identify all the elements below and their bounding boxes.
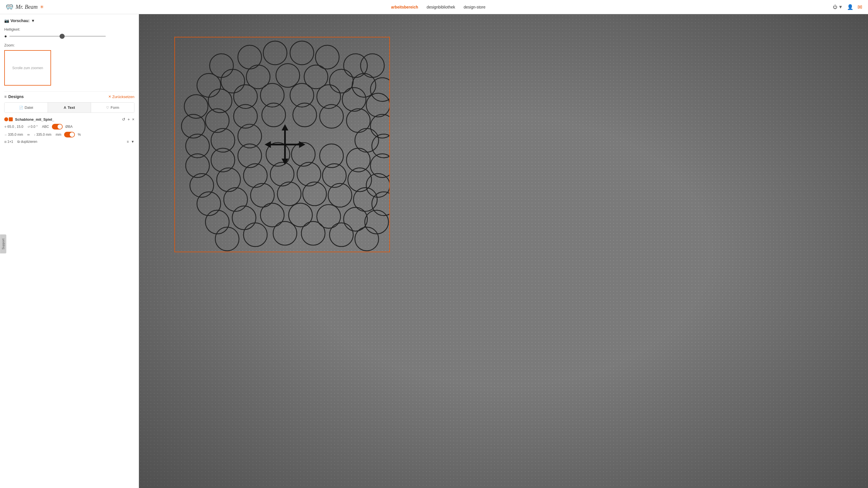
position-y: 15.0 <box>17 125 23 129</box>
abc-toggle-slider <box>52 124 63 130</box>
mm-toggle-slider <box>64 132 75 137</box>
nav-design-store[interactable]: design-store <box>464 5 486 9</box>
file-item: Schablone_mit_Spiel_ ↺ + × ✛ 65.0, 15.0 … <box>4 117 134 144</box>
svg-point-53 <box>224 188 248 212</box>
svg-marker-77 <box>265 141 271 148</box>
svg-point-55 <box>277 182 301 206</box>
vorschau-label: Vorschau: <box>10 19 30 23</box>
tab-datei[interactable]: 📄 Datei <box>4 103 48 112</box>
user-button[interactable]: 👤 <box>847 4 853 10</box>
support-tab[interactable]: Support <box>0 235 6 254</box>
power-button[interactable]: ⏻ ▼ <box>833 4 843 10</box>
brightness-section: Helligkeit: ● <box>4 27 134 39</box>
reset-label: Zurücksetzen <box>112 95 134 99</box>
brightness-slider-wrapper: ● <box>4 34 134 39</box>
abc-label: ABC <box>42 125 49 129</box>
svg-point-56 <box>303 182 327 206</box>
move-cursor-svg <box>265 124 305 165</box>
file-name: Schablone_mit_Spiel_ <box>15 117 120 122</box>
duplicate-icon: ⧉ <box>17 140 20 144</box>
svg-point-69 <box>273 222 297 246</box>
brightness-min-icon: ● <box>4 34 7 39</box>
menu-icon: ≡ <box>127 140 129 144</box>
svg-point-64 <box>317 205 341 228</box>
props-right: ≡ ▼ <box>127 140 134 144</box>
svg-point-68 <box>244 223 268 247</box>
copies-prop: ⊞ 1×1 <box>4 140 13 144</box>
header-actions: ⏻ ▼ 👤 ✉ <box>833 4 862 10</box>
rotate-icon: ↺ <box>28 125 30 128</box>
svg-point-63 <box>289 203 312 227</box>
height-value: 335.0 mm <box>36 133 51 137</box>
svg-point-67 <box>215 227 239 251</box>
height-prop: ↕ 335.0 mm <box>34 133 51 137</box>
sidebar: 📷 Vorschau: ▼ Helligkeit: ● Zoom: Scroll… <box>0 14 139 488</box>
brand-name: Mr. Beam <box>16 4 38 10</box>
close-button[interactable]: × <box>132 117 134 122</box>
zoom-box[interactable]: Scrolle zum zoomen <box>4 50 51 86</box>
props-row-2: ↔ 335.0 mm ∞ ↕ 335.0 mm mm % <box>4 132 134 137</box>
svg-point-14 <box>370 78 389 101</box>
heart-icon: ♡ <box>106 106 109 110</box>
abc-toggle[interactable] <box>52 124 63 130</box>
file-item-header: Schablone_mit_Spiel_ ↺ + × <box>4 117 134 122</box>
svg-point-7 <box>197 73 221 97</box>
list-icon: ≡ <box>4 94 6 99</box>
rotation-value: 0.0 ° <box>31 125 38 129</box>
svg-marker-78 <box>299 141 305 148</box>
brightness-slider[interactable] <box>9 36 106 37</box>
reset-button[interactable]: ✕ Zurücksetzen <box>108 95 134 99</box>
percent-label: % <box>78 133 81 137</box>
workspace <box>175 37 390 252</box>
oba-label: ØBA <box>65 125 72 129</box>
text-icon: A <box>64 106 66 110</box>
svg-point-66 <box>365 210 389 234</box>
svg-point-62 <box>260 203 284 227</box>
svg-point-71 <box>330 223 353 247</box>
designs-label: Designs <box>8 94 24 99</box>
header: 🥽 Mr. Beam ✳ arbeitsbereich designbiblio… <box>0 0 868 14</box>
main-layout: 📷 Vorschau: ▼ Helligkeit: ● Zoom: Scroll… <box>0 14 868 488</box>
tab-form-label: Form <box>111 105 119 110</box>
mm-toggle-row: mm % <box>56 132 81 137</box>
svg-marker-74 <box>282 124 288 130</box>
mail-icon: ✉ <box>858 4 862 10</box>
zoom-label: Zoom: <box>4 43 134 47</box>
nav-arbeitsbereich[interactable]: arbeitsbereich <box>391 5 418 9</box>
grid-icon: ⊞ <box>4 140 6 143</box>
file-icon: 📄 <box>19 106 23 110</box>
designs-header: ≡ Designs ✕ Zurücksetzen <box>4 94 134 99</box>
svg-point-72 <box>355 227 379 251</box>
width-icon: ↔ <box>4 133 7 136</box>
copies-row: ⊞ 1×1 ⧉ duplizieren ≡ ▼ <box>4 140 134 144</box>
canvas-area[interactable] <box>139 14 868 488</box>
tab-datei-label: Datei <box>25 105 33 110</box>
svg-point-52 <box>197 192 221 216</box>
expand-icon: ▼ <box>131 140 134 144</box>
canvas-background <box>139 14 868 488</box>
camera-icon: 📷 <box>4 19 9 23</box>
svg-point-3 <box>290 41 314 65</box>
duplicate-label: duplizieren <box>21 140 37 144</box>
header-nav: arbeitsbereich designbibliothek design-s… <box>391 5 486 9</box>
duplicate-prop[interactable]: ⧉ duplizieren <box>17 140 37 144</box>
svg-point-59 <box>372 192 389 216</box>
tab-text[interactable]: A Text <box>48 103 91 112</box>
power-chevron: ▼ <box>838 4 843 10</box>
nav-designbibliothek[interactable]: designbibliothek <box>427 5 455 9</box>
move-icon: ✛ <box>4 125 6 128</box>
mail-button[interactable]: ✉ <box>858 4 862 10</box>
refresh-button[interactable]: ↺ <box>122 117 125 122</box>
svg-point-57 <box>328 183 352 207</box>
svg-point-10 <box>276 64 300 88</box>
vorschau-header[interactable]: 📷 Vorschau: ▼ <box>4 19 134 23</box>
add-button[interactable]: + <box>128 117 130 122</box>
mm-toggle[interactable] <box>64 132 75 137</box>
svg-point-22 <box>366 93 389 117</box>
tab-text-label: Text <box>67 105 75 110</box>
zoom-hint: Scrolle zum zoomen <box>12 66 43 70</box>
svg-point-60 <box>205 210 229 234</box>
file-actions: ↺ + × <box>122 117 134 122</box>
file-color-icon <box>4 117 13 121</box>
tab-form[interactable]: ♡ Form <box>91 103 134 112</box>
